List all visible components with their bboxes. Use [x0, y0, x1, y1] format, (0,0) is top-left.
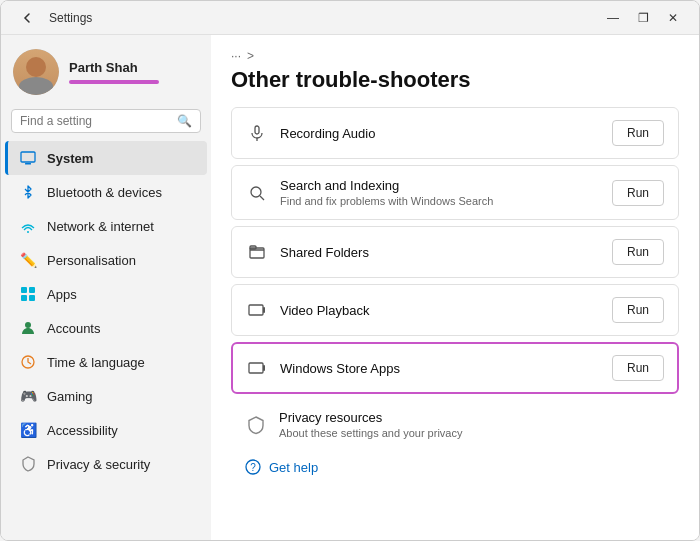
search-box[interactable]: 🔍 [11, 109, 201, 133]
maximize-button[interactable]: ❐ [629, 7, 657, 29]
avatar [13, 49, 59, 95]
video-playback-run-button[interactable]: Run [612, 297, 664, 323]
privacy-icon [19, 455, 37, 473]
search-indexing-icon [246, 182, 268, 204]
breadcrumb-dots: ··· [231, 49, 241, 63]
privacy-resources-desc: About these settings and your privacy [279, 427, 665, 439]
search-indexing-title: Search and Indexing [280, 178, 600, 193]
privacy-resources-icon [245, 414, 267, 436]
svg-rect-0 [21, 152, 35, 162]
settings-window: Settings — ❐ ✕ Parth Shah [0, 0, 700, 541]
breadcrumb: ··· > [231, 35, 679, 67]
sidebar-item-accessibility[interactable]: ♿ Accessibility [5, 413, 207, 447]
search-icon: 🔍 [177, 114, 192, 128]
svg-rect-17 [249, 363, 263, 373]
accessibility-icon: ♿ [19, 421, 37, 439]
sidebar-item-privacy-label: Privacy & security [47, 457, 150, 472]
windows-store-run-button[interactable]: Run [612, 355, 664, 381]
get-help[interactable]: ? Get help [231, 455, 679, 479]
network-icon [19, 217, 37, 235]
content-area: Parth Shah 🔍 System Bluetooth [1, 35, 699, 540]
bluetooth-icon [19, 183, 37, 201]
sidebar-item-gaming-label: Gaming [47, 389, 93, 404]
breadcrumb-arrow: > [247, 49, 254, 63]
svg-rect-9 [255, 126, 259, 134]
sidebar-item-personalisation-label: Personalisation [47, 253, 136, 268]
video-playback-title: Video Playback [280, 303, 600, 318]
user-info: Parth Shah [69, 60, 199, 84]
privacy-resources-title: Privacy resources [279, 410, 665, 425]
troubleshooter-video-playback: Video Playback Run [231, 284, 679, 336]
svg-point-2 [27, 231, 29, 233]
shared-folders-icon [246, 241, 268, 263]
video-playback-icon [246, 299, 268, 321]
accounts-icon [19, 319, 37, 337]
sidebar-item-system[interactable]: System [5, 141, 207, 175]
svg-rect-15 [249, 305, 263, 315]
user-progress-bar [69, 80, 159, 84]
sidebar-item-apps-label: Apps [47, 287, 77, 302]
search-indexing-text: Search and Indexing Find and fix problem… [280, 178, 600, 207]
user-name: Parth Shah [69, 60, 199, 75]
sidebar-item-time[interactable]: Time & language [5, 345, 207, 379]
sidebar-item-privacy[interactable]: Privacy & security [5, 447, 207, 481]
svg-rect-5 [21, 295, 27, 301]
sidebar-item-apps[interactable]: Apps [5, 277, 207, 311]
troubleshooter-recording-audio: Recording Audio Run [231, 107, 679, 159]
get-help-label: Get help [269, 460, 318, 475]
windows-store-text: Windows Store Apps [280, 361, 600, 376]
sidebar-item-personalisation[interactable]: ✏️ Personalisation [5, 243, 207, 277]
apps-icon [19, 285, 37, 303]
windows-store-icon [246, 357, 268, 379]
svg-rect-3 [21, 287, 27, 293]
page-title: Other trouble-shooters [231, 67, 679, 93]
troubleshooter-search-indexing: Search and Indexing Find and fix problem… [231, 165, 679, 220]
search-indexing-run-button[interactable]: Run [612, 180, 664, 206]
back-button[interactable] [13, 7, 41, 29]
svg-rect-16 [263, 307, 265, 313]
sidebar-item-system-label: System [47, 151, 93, 166]
main-content: ··· > Other trouble-shooters Recording A… [211, 35, 699, 540]
troubleshooter-windows-store-apps: Windows Store Apps Run [231, 342, 679, 394]
search-input[interactable] [20, 114, 171, 128]
privacy-resources-text: Privacy resources About these settings a… [279, 410, 665, 439]
close-button[interactable]: ✕ [659, 7, 687, 29]
gaming-icon: 🎮 [19, 387, 37, 405]
sidebar-item-accounts-label: Accounts [47, 321, 100, 336]
svg-rect-6 [29, 295, 35, 301]
system-icon [19, 149, 37, 167]
shared-folders-run-button[interactable]: Run [612, 239, 664, 265]
svg-text:?: ? [250, 462, 256, 473]
sidebar-item-network[interactable]: Network & internet [5, 209, 207, 243]
recording-audio-title: Recording Audio [280, 126, 600, 141]
recording-audio-text: Recording Audio [280, 126, 600, 141]
troubleshooter-shared-folders: Shared Folders Run [231, 226, 679, 278]
minimize-button[interactable]: — [599, 7, 627, 29]
video-playback-text: Video Playback [280, 303, 600, 318]
sidebar-item-bluetooth[interactable]: Bluetooth & devices [5, 175, 207, 209]
time-icon [19, 353, 37, 371]
shared-folders-title: Shared Folders [280, 245, 600, 260]
privacy-section: Privacy resources About these settings a… [231, 400, 679, 449]
svg-rect-18 [263, 365, 265, 371]
sidebar-item-bluetooth-label: Bluetooth & devices [47, 185, 162, 200]
svg-point-11 [251, 187, 261, 197]
search-indexing-desc: Find and fix problems with Windows Searc… [280, 195, 600, 207]
sidebar-item-accounts[interactable]: Accounts [5, 311, 207, 345]
sidebar-item-accessibility-label: Accessibility [47, 423, 118, 438]
sidebar-item-gaming[interactable]: 🎮 Gaming [5, 379, 207, 413]
svg-rect-1 [25, 163, 31, 165]
personalisation-icon: ✏️ [19, 251, 37, 269]
user-section: Parth Shah [1, 35, 211, 109]
sidebar-item-time-label: Time & language [47, 355, 145, 370]
svg-line-12 [260, 196, 264, 200]
sidebar: Parth Shah 🔍 System Bluetooth [1, 35, 211, 540]
sidebar-item-network-label: Network & internet [47, 219, 154, 234]
recording-audio-run-button[interactable]: Run [612, 120, 664, 146]
window-title: Settings [49, 11, 92, 25]
titlebar-left: Settings [13, 7, 92, 29]
window-controls: — ❐ ✕ [599, 7, 687, 29]
svg-point-7 [25, 322, 31, 328]
titlebar: Settings — ❐ ✕ [1, 1, 699, 35]
shared-folders-text: Shared Folders [280, 245, 600, 260]
